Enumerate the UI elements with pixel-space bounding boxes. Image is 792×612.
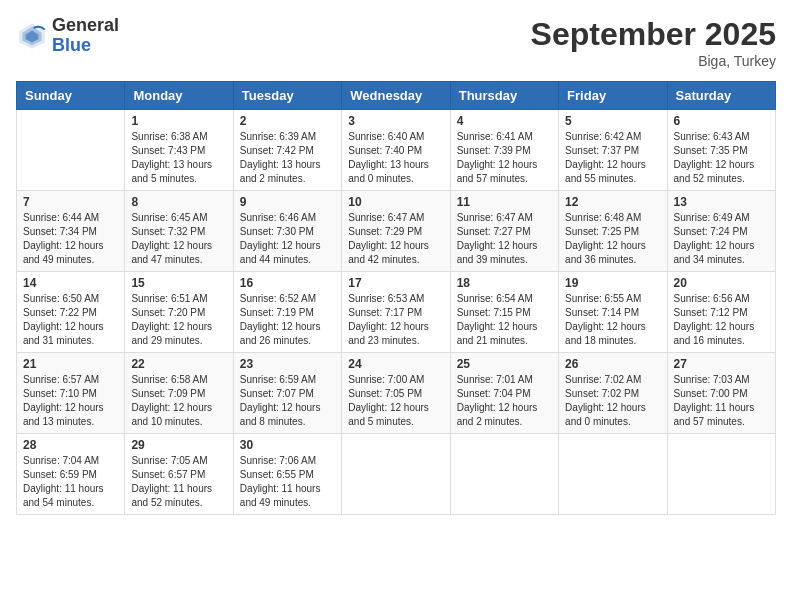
day-number: 21 <box>23 357 118 371</box>
weekday-header: Saturday <box>667 82 775 110</box>
day-number: 10 <box>348 195 443 209</box>
day-number: 13 <box>674 195 769 209</box>
day-info: Sunrise: 7:01 AMSunset: 7:04 PMDaylight:… <box>457 373 552 429</box>
day-info: Sunrise: 6:59 AMSunset: 7:07 PMDaylight:… <box>240 373 335 429</box>
day-number: 28 <box>23 438 118 452</box>
calendar-week-row: 21Sunrise: 6:57 AMSunset: 7:10 PMDayligh… <box>17 353 776 434</box>
calendar-header-row: SundayMondayTuesdayWednesdayThursdayFrid… <box>17 82 776 110</box>
logo-text: General Blue <box>52 16 119 56</box>
day-number: 25 <box>457 357 552 371</box>
calendar-cell: 15Sunrise: 6:51 AMSunset: 7:20 PMDayligh… <box>125 272 233 353</box>
calendar-cell: 26Sunrise: 7:02 AMSunset: 7:02 PMDayligh… <box>559 353 667 434</box>
day-info: Sunrise: 6:40 AMSunset: 7:40 PMDaylight:… <box>348 130 443 186</box>
day-info: Sunrise: 6:47 AMSunset: 7:27 PMDaylight:… <box>457 211 552 267</box>
day-info: Sunrise: 7:03 AMSunset: 7:00 PMDaylight:… <box>674 373 769 429</box>
calendar-cell <box>667 434 775 515</box>
day-number: 4 <box>457 114 552 128</box>
day-number: 3 <box>348 114 443 128</box>
day-info: Sunrise: 7:02 AMSunset: 7:02 PMDaylight:… <box>565 373 660 429</box>
day-number: 12 <box>565 195 660 209</box>
calendar-cell: 6Sunrise: 6:43 AMSunset: 7:35 PMDaylight… <box>667 110 775 191</box>
calendar-week-row: 1Sunrise: 6:38 AMSunset: 7:43 PMDaylight… <box>17 110 776 191</box>
weekday-header: Tuesday <box>233 82 341 110</box>
calendar-cell: 9Sunrise: 6:46 AMSunset: 7:30 PMDaylight… <box>233 191 341 272</box>
day-info: Sunrise: 7:04 AMSunset: 6:59 PMDaylight:… <box>23 454 118 510</box>
day-info: Sunrise: 6:55 AMSunset: 7:14 PMDaylight:… <box>565 292 660 348</box>
day-info: Sunrise: 6:48 AMSunset: 7:25 PMDaylight:… <box>565 211 660 267</box>
day-info: Sunrise: 6:44 AMSunset: 7:34 PMDaylight:… <box>23 211 118 267</box>
calendar-cell: 2Sunrise: 6:39 AMSunset: 7:42 PMDaylight… <box>233 110 341 191</box>
calendar-week-row: 28Sunrise: 7:04 AMSunset: 6:59 PMDayligh… <box>17 434 776 515</box>
day-number: 24 <box>348 357 443 371</box>
calendar-cell: 24Sunrise: 7:00 AMSunset: 7:05 PMDayligh… <box>342 353 450 434</box>
calendar-cell: 18Sunrise: 6:54 AMSunset: 7:15 PMDayligh… <box>450 272 558 353</box>
day-number: 6 <box>674 114 769 128</box>
day-info: Sunrise: 6:43 AMSunset: 7:35 PMDaylight:… <box>674 130 769 186</box>
day-info: Sunrise: 6:41 AMSunset: 7:39 PMDaylight:… <box>457 130 552 186</box>
day-info: Sunrise: 6:51 AMSunset: 7:20 PMDaylight:… <box>131 292 226 348</box>
calendar-cell: 28Sunrise: 7:04 AMSunset: 6:59 PMDayligh… <box>17 434 125 515</box>
weekday-header: Friday <box>559 82 667 110</box>
weekday-header: Sunday <box>17 82 125 110</box>
day-info: Sunrise: 6:50 AMSunset: 7:22 PMDaylight:… <box>23 292 118 348</box>
calendar-cell: 30Sunrise: 7:06 AMSunset: 6:55 PMDayligh… <box>233 434 341 515</box>
calendar-cell: 25Sunrise: 7:01 AMSunset: 7:04 PMDayligh… <box>450 353 558 434</box>
calendar-cell: 14Sunrise: 6:50 AMSunset: 7:22 PMDayligh… <box>17 272 125 353</box>
calendar-cell: 29Sunrise: 7:05 AMSunset: 6:57 PMDayligh… <box>125 434 233 515</box>
day-info: Sunrise: 6:54 AMSunset: 7:15 PMDaylight:… <box>457 292 552 348</box>
day-number: 5 <box>565 114 660 128</box>
day-number: 17 <box>348 276 443 290</box>
calendar-cell: 13Sunrise: 6:49 AMSunset: 7:24 PMDayligh… <box>667 191 775 272</box>
calendar-cell: 12Sunrise: 6:48 AMSunset: 7:25 PMDayligh… <box>559 191 667 272</box>
day-info: Sunrise: 6:57 AMSunset: 7:10 PMDaylight:… <box>23 373 118 429</box>
day-info: Sunrise: 7:05 AMSunset: 6:57 PMDaylight:… <box>131 454 226 510</box>
calendar-cell: 23Sunrise: 6:59 AMSunset: 7:07 PMDayligh… <box>233 353 341 434</box>
day-number: 27 <box>674 357 769 371</box>
day-number: 11 <box>457 195 552 209</box>
day-number: 9 <box>240 195 335 209</box>
day-number: 8 <box>131 195 226 209</box>
day-number: 2 <box>240 114 335 128</box>
calendar-cell: 19Sunrise: 6:55 AMSunset: 7:14 PMDayligh… <box>559 272 667 353</box>
day-number: 30 <box>240 438 335 452</box>
calendar-week-row: 14Sunrise: 6:50 AMSunset: 7:22 PMDayligh… <box>17 272 776 353</box>
day-number: 23 <box>240 357 335 371</box>
day-info: Sunrise: 6:46 AMSunset: 7:30 PMDaylight:… <box>240 211 335 267</box>
day-info: Sunrise: 6:58 AMSunset: 7:09 PMDaylight:… <box>131 373 226 429</box>
calendar-cell <box>559 434 667 515</box>
logo-blue: Blue <box>52 36 119 56</box>
page-header: General Blue September 2025 Biga, Turkey <box>16 16 776 69</box>
calendar-cell: 8Sunrise: 6:45 AMSunset: 7:32 PMDaylight… <box>125 191 233 272</box>
calendar-cell: 10Sunrise: 6:47 AMSunset: 7:29 PMDayligh… <box>342 191 450 272</box>
day-number: 14 <box>23 276 118 290</box>
month-title: September 2025 <box>531 16 776 53</box>
day-info: Sunrise: 6:39 AMSunset: 7:42 PMDaylight:… <box>240 130 335 186</box>
day-number: 1 <box>131 114 226 128</box>
calendar-table: SundayMondayTuesdayWednesdayThursdayFrid… <box>16 81 776 515</box>
day-info: Sunrise: 6:52 AMSunset: 7:19 PMDaylight:… <box>240 292 335 348</box>
calendar-cell <box>450 434 558 515</box>
calendar-cell <box>17 110 125 191</box>
day-info: Sunrise: 6:53 AMSunset: 7:17 PMDaylight:… <box>348 292 443 348</box>
calendar-cell: 17Sunrise: 6:53 AMSunset: 7:17 PMDayligh… <box>342 272 450 353</box>
day-number: 18 <box>457 276 552 290</box>
calendar-cell: 16Sunrise: 6:52 AMSunset: 7:19 PMDayligh… <box>233 272 341 353</box>
day-info: Sunrise: 6:49 AMSunset: 7:24 PMDaylight:… <box>674 211 769 267</box>
logo-icon <box>16 20 48 52</box>
day-number: 20 <box>674 276 769 290</box>
day-info: Sunrise: 6:42 AMSunset: 7:37 PMDaylight:… <box>565 130 660 186</box>
day-info: Sunrise: 6:38 AMSunset: 7:43 PMDaylight:… <box>131 130 226 186</box>
logo: General Blue <box>16 16 119 56</box>
day-info: Sunrise: 6:56 AMSunset: 7:12 PMDaylight:… <box>674 292 769 348</box>
calendar-cell <box>342 434 450 515</box>
day-number: 26 <box>565 357 660 371</box>
day-info: Sunrise: 6:45 AMSunset: 7:32 PMDaylight:… <box>131 211 226 267</box>
weekday-header: Wednesday <box>342 82 450 110</box>
title-block: September 2025 Biga, Turkey <box>531 16 776 69</box>
location: Biga, Turkey <box>531 53 776 69</box>
calendar-cell: 27Sunrise: 7:03 AMSunset: 7:00 PMDayligh… <box>667 353 775 434</box>
calendar-cell: 3Sunrise: 6:40 AMSunset: 7:40 PMDaylight… <box>342 110 450 191</box>
day-number: 19 <box>565 276 660 290</box>
calendar-cell: 20Sunrise: 6:56 AMSunset: 7:12 PMDayligh… <box>667 272 775 353</box>
day-info: Sunrise: 7:00 AMSunset: 7:05 PMDaylight:… <box>348 373 443 429</box>
